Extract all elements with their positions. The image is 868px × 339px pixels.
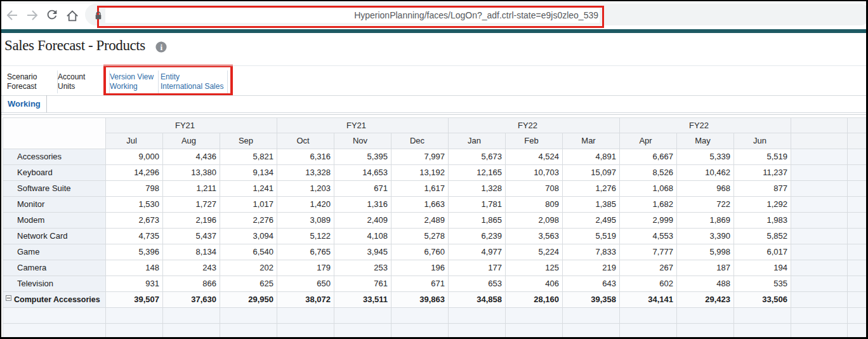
svg-text:i: i xyxy=(160,42,162,51)
